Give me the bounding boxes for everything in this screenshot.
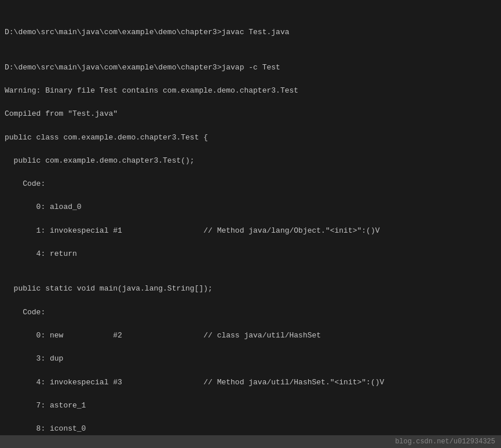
terminal-line: 0: aload_0 [5, 201, 496, 213]
terminal-line: public static void main(java.lang.String… [5, 283, 496, 295]
watermark-text: blog.csdn.net/u012934325 [395, 438, 495, 446]
terminal-line: 4: return [5, 248, 496, 260]
terminal-line: 3: dup [5, 353, 496, 365]
terminal-line: D:\demo\src\main\java\com\example\demo\c… [5, 62, 496, 74]
terminal-window: D:\demo\src\main\java\com\example\demo\c… [0, 0, 501, 448]
terminal-line: 1: invokespecial #1 // Method java/lang/… [5, 225, 496, 237]
terminal-line: public com.example.demo.chapter3.Test(); [5, 155, 496, 167]
terminal-line: 7: astore_1 [5, 400, 496, 412]
terminal-line: Code: [5, 307, 496, 318]
terminal-output: D:\demo\src\main\java\com\example\demo\c… [5, 3, 496, 448]
terminal-line: 4: invokespecial #3 // Method java/util/… [5, 377, 496, 388]
terminal-line: Code: [5, 178, 496, 190]
terminal-line: Warning: Binary file Test contains com.e… [5, 85, 496, 97]
terminal-line: public class com.example.demo.chapter3.T… [5, 132, 496, 144]
terminal-line: 8: iconst_0 [5, 423, 496, 435]
terminal-line: Compiled from "Test.java" [5, 108, 496, 120]
terminal-line: D:\demo\src\main\java\com\example\demo\c… [5, 27, 496, 38]
bottom-bar: blog.csdn.net/u012934325 [0, 435, 501, 448]
terminal-line: 0: new #2 // class java/util/HashSet [5, 330, 496, 341]
